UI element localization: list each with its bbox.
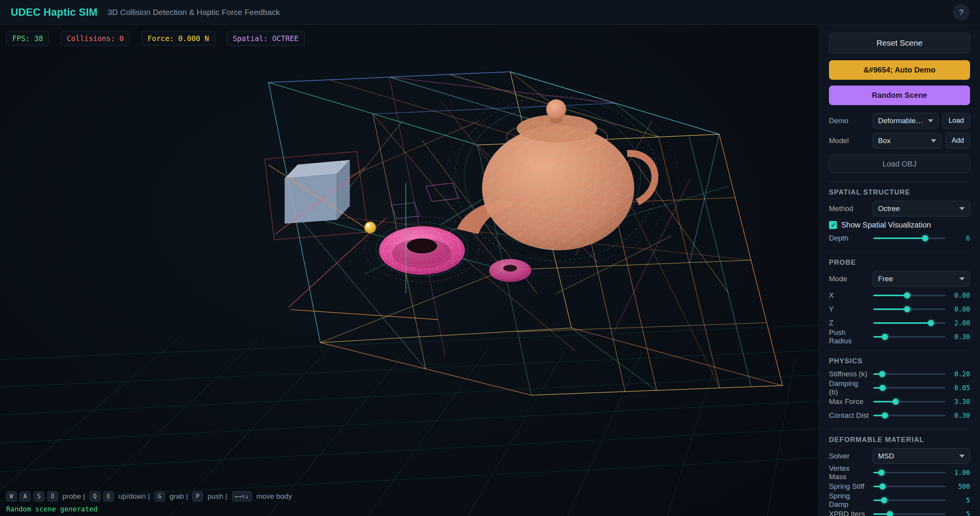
slider-label: Stiffness (k) bbox=[829, 370, 869, 378]
slider-label: Spring Stiff bbox=[829, 482, 869, 491]
load-demo-button[interactable]: Load bbox=[942, 113, 970, 129]
checkbox[interactable]: ✓ bbox=[829, 221, 837, 229]
spatial-badge: Spatial: OCTREE bbox=[227, 31, 305, 46]
check-icon: ✓ bbox=[830, 222, 835, 228]
keycap: A bbox=[20, 491, 30, 501]
chevron-down-icon bbox=[931, 139, 936, 142]
slider-value: 3.30 bbox=[950, 398, 970, 406]
probe-y-slider[interactable] bbox=[873, 308, 945, 310]
depth-label: Depth bbox=[829, 234, 869, 242]
slider-label: Y bbox=[829, 305, 869, 313]
max-force-slider[interactable] bbox=[873, 401, 945, 402]
slider-label: X bbox=[829, 291, 869, 300]
solver-select-value: MSD bbox=[878, 452, 894, 460]
hint-text: grab | bbox=[169, 492, 188, 501]
slider-value: 0.00 bbox=[950, 305, 970, 313]
method-select[interactable]: Octree bbox=[873, 201, 970, 216]
scene-canvas bbox=[0, 25, 819, 516]
load-obj-button[interactable]: Load OBJ bbox=[829, 155, 970, 173]
vertex-mass-slider[interactable] bbox=[873, 472, 945, 473]
chevron-down-icon bbox=[959, 455, 965, 458]
depth-slider[interactable] bbox=[873, 237, 945, 239]
slider-label: Vertex Mass bbox=[829, 464, 869, 481]
stiffness-slider[interactable] bbox=[873, 373, 945, 375]
chevron-down-icon bbox=[959, 277, 965, 280]
keyboard-hints: W A S D probe | Q E up/down | G grab | P… bbox=[6, 491, 293, 501]
slider-value: 2.00 bbox=[950, 319, 970, 327]
chevron-down-icon bbox=[928, 119, 933, 122]
slider-label: Z bbox=[829, 319, 869, 327]
help-button[interactable]: ? bbox=[953, 4, 969, 20]
control-panel: Reset Scene &#9654; Auto Demo Random Sce… bbox=[819, 25, 980, 516]
demo-select-value: Deformable Collisions bbox=[878, 117, 925, 125]
auto-demo-button[interactable]: &#9654; Auto Demo bbox=[829, 60, 970, 80]
method-select-value: Octree bbox=[878, 204, 900, 213]
section-title-spatial: SPATIAL STRUCTURE bbox=[829, 188, 970, 196]
section-title-material: DEFORMABLE MATERIAL bbox=[829, 436, 970, 444]
depth-value: 6 bbox=[950, 234, 970, 242]
slider-label: Push Radius bbox=[829, 328, 869, 345]
keycap: S bbox=[34, 491, 44, 501]
mode-select[interactable]: Free bbox=[873, 271, 970, 287]
slider-label: Contact Dist bbox=[829, 411, 869, 420]
slider-value: 500 bbox=[950, 483, 970, 490]
random-scene-button[interactable]: Random Scene bbox=[829, 86, 970, 105]
hud-overlay: FPS: 38 Collisions: 0 Force: 0.000 N Spa… bbox=[6, 31, 305, 46]
keycap: Q bbox=[90, 491, 100, 501]
keycap: E bbox=[104, 491, 114, 501]
demo-select[interactable]: Deformable Collisions bbox=[873, 113, 939, 129]
slider-value: 0.05 bbox=[950, 384, 970, 392]
section-title-physics: PHYSICS bbox=[829, 357, 970, 365]
xpbd-iters-slider[interactable] bbox=[873, 513, 945, 515]
hint-text: up/down | bbox=[118, 492, 150, 501]
hint-text: probe | bbox=[62, 492, 85, 501]
solver-select[interactable]: MSD bbox=[873, 448, 970, 464]
push-radius-slider[interactable] bbox=[873, 336, 945, 338]
demo-label: Demo bbox=[829, 117, 869, 125]
spring-stiff-slider[interactable] bbox=[873, 486, 945, 487]
slider-label: Max Force bbox=[829, 397, 869, 406]
slider-value: 5 bbox=[950, 496, 970, 504]
hint-text: move body bbox=[257, 492, 292, 501]
keycap: P bbox=[192, 491, 203, 501]
method-label: Method bbox=[829, 204, 869, 213]
slider-label: Spring Damp bbox=[829, 492, 869, 509]
model-select[interactable]: Box bbox=[873, 133, 942, 148]
solver-label: Solver bbox=[829, 452, 869, 460]
mode-select-value: Free bbox=[878, 275, 893, 283]
viewport-3d[interactable]: FPS: 38 Collisions: 0 Force: 0.000 N Spa… bbox=[0, 25, 819, 516]
keycap: D bbox=[48, 491, 58, 501]
app-title: UDEC Haptic SIM bbox=[11, 7, 98, 18]
app-subtitle: 3D Collision Detection & Haptic Force Fe… bbox=[108, 8, 280, 17]
app-header: UDEC Haptic SIM 3D Collision Detection &… bbox=[0, 0, 980, 25]
status-message: Random scene generated bbox=[6, 505, 97, 513]
chevron-down-icon bbox=[959, 207, 965, 210]
keycap: G bbox=[155, 491, 165, 501]
reset-scene-button[interactable]: Reset Scene bbox=[829, 33, 970, 53]
collisions-badge: Collisions: 0 bbox=[61, 31, 130, 46]
section-title-probe: PROBE bbox=[829, 259, 970, 267]
damping-slider[interactable] bbox=[873, 387, 945, 389]
slider-value: 0.00 bbox=[950, 292, 970, 299]
slider-value: 1.00 bbox=[950, 469, 970, 476]
contact-dist-slider[interactable] bbox=[873, 415, 945, 416]
probe-sphere bbox=[364, 222, 376, 233]
slider-label: Damping (b) bbox=[829, 379, 869, 396]
force-badge: Force: 0.000 N bbox=[141, 31, 215, 46]
probe-x-slider[interactable] bbox=[873, 295, 945, 296]
slider-label: XPBD Iters bbox=[829, 510, 869, 516]
mode-label: Mode bbox=[829, 275, 869, 283]
probe-z-slider[interactable] bbox=[873, 322, 945, 324]
keycap-arrows: ←→↑↓ bbox=[232, 491, 252, 501]
slider-value: 5 bbox=[950, 510, 970, 516]
slider-value: 0.30 bbox=[950, 333, 970, 341]
model-select-value: Box bbox=[878, 137, 891, 145]
add-model-button[interactable]: Add bbox=[945, 133, 970, 148]
fps-badge: FPS: 38 bbox=[6, 31, 49, 46]
hint-text: push | bbox=[207, 492, 227, 501]
show-spatial-viz-toggle[interactable]: ✓ Show Spatial Visualization bbox=[829, 221, 970, 229]
spring-damp-slider[interactable] bbox=[873, 500, 945, 501]
keycap: W bbox=[6, 491, 16, 501]
slider-value: 0.30 bbox=[950, 412, 970, 419]
model-label: Model bbox=[829, 137, 869, 145]
